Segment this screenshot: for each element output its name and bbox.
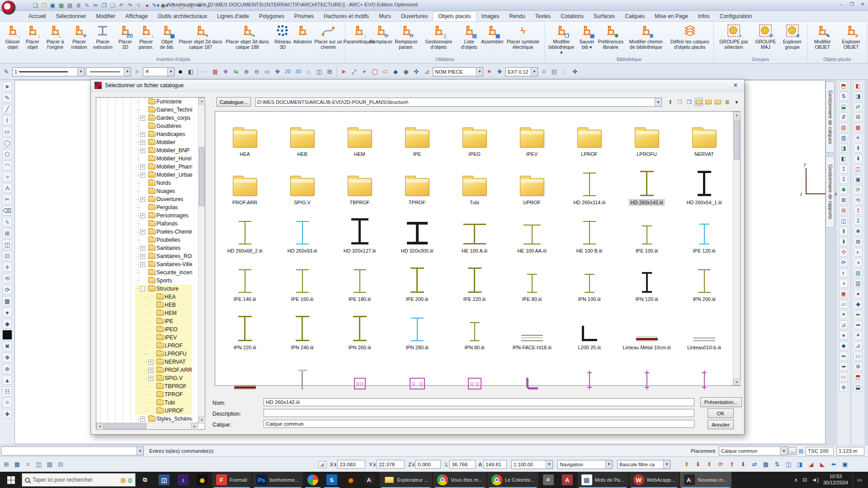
paste-icon[interactable]: ❑ — [109, 1, 117, 9]
left-tool-icon-0[interactable]: ➤ — [2, 81, 12, 91]
grid-item-ipeo[interactable]: IPEO — [446, 113, 503, 162]
x-field[interactable]: 23.083 — [337, 460, 365, 469]
grid-item[interactable] — [561, 355, 618, 404]
tab-affichage[interactable]: Affichage — [120, 12, 153, 21]
delta-icon[interactable]: ⊿ — [422, 67, 431, 76]
grid-item[interactable] — [388, 355, 446, 404]
nodes-icon[interactable]: ❖ — [495, 67, 504, 76]
grid-item-hd-320x127-iii[interactable]: HD 320x127.iii — [331, 210, 388, 258]
status-right-icon[interactable]: ◫ — [784, 460, 793, 469]
list-icon[interactable]: ▤ — [550, 67, 559, 76]
tree-scroll-left-icon[interactable]: ◄ — [96, 423, 103, 430]
start-button[interactable] — [0, 472, 22, 488]
ribbon-button-placer-param-[interactable]: ↓Placer param. — [135, 23, 157, 50]
pen-dropdown-icon[interactable]: ✎▾ — [152, 1, 160, 9]
move-icon[interactable]: ⤢ — [349, 67, 359, 76]
grid-item-hd-260x93-iii[interactable]: HD 260x93.iii — [274, 210, 331, 258]
catalogue-button[interactable]: Catalogue... — [217, 97, 251, 107]
star-icon[interactable]: ✶ — [485, 67, 494, 76]
tree-item-plafonds[interactable]: Plafonds — [96, 220, 192, 228]
lightning-icon[interactable]: ϟ — [135, 1, 142, 9]
grid-item-ipn-200-iii[interactable]: IPN 200.iii — [675, 258, 733, 307]
right-tool-icon[interactable]: ⬇ — [839, 237, 848, 246]
tree-item-hem[interactable]: HEM — [96, 309, 192, 317]
move2-icon[interactable]: ✥ — [571, 67, 580, 76]
right-tool-icon[interactable]: ⇅ — [839, 92, 848, 101]
expand-plus-icon[interactable]: + — [140, 230, 145, 235]
view-3d-icon[interactable]: 3D — [294, 67, 303, 76]
ribbon-button-gestionnaire-d-objets[interactable]: ▯Gestionnaire d'objets — [421, 23, 456, 50]
tree-item-ipeo[interactable]: IPEO — [96, 325, 192, 333]
grid-item-lprof[interactable]: LPROF — [561, 113, 618, 162]
ribbon-button-modifier-chemin-de-biblioth-que[interactable]: ≣Modifier chemin de bibliothèque — [625, 23, 667, 50]
tree-item-sanitaires-roca[interactable]: +Sanitaires_ROCA — [96, 252, 192, 260]
select-arrow-icon[interactable]: ➤ — [339, 67, 348, 76]
grid-item-ipe-180-iii[interactable]: IPE 180.iii — [331, 258, 388, 307]
placement-layer-combobox[interactable]: Calque commun▼ — [719, 446, 788, 455]
right-tool-icon[interactable]: ◨ — [854, 92, 863, 101]
grid-item-hd-260x54-1-iii[interactable]: HD 260x54_1.iii — [675, 162, 733, 210]
grid-item-ipn-120-iii[interactable]: IPN 120.iii — [618, 258, 675, 307]
right-tool-icon[interactable]: ◨ — [839, 144, 848, 153]
tree-item-styles-sch-mas[interactable]: +Styles_Schémas — [96, 415, 192, 422]
pan-icon[interactable]: ✥ — [273, 67, 282, 76]
folder-plain-icon[interactable] — [713, 98, 722, 106]
left-tool-icon-18[interactable]: ⟳ — [2, 285, 12, 295]
expand-plus-icon[interactable]: + — [140, 417, 145, 422]
circle-icon[interactable]: ◯ — [370, 67, 379, 76]
right-tool-icon[interactable]: ◆ — [854, 300, 863, 309]
tree-item-goutti-res[interactable]: Gouttières — [96, 122, 192, 130]
left-tool-icon-28[interactable]: ⌗ — [2, 398, 12, 408]
ribbon-button-placer-sur-un-chemin[interactable]: Placer sur un chemin — [312, 23, 344, 50]
grid-item-tubi[interactable]: Tubi — [446, 162, 503, 210]
right-tool-icon[interactable]: ⬓ — [854, 383, 863, 392]
tree-scroll-down-icon[interactable]: ▼ — [198, 417, 205, 423]
grid-item-ipe-100-iii[interactable]: IPE 100.iii — [618, 210, 675, 258]
owl-app-icon[interactable]: ◉ — [341, 472, 360, 488]
tree-scroll-right-icon[interactable]: ► — [191, 423, 198, 430]
tab-polygones[interactable]: Polygones — [254, 12, 289, 21]
grid-item-lprofu[interactable]: LPROFU — [618, 113, 675, 162]
status-left-icon[interactable]: ◫ — [34, 460, 43, 469]
tab-lignes-d-aide[interactable]: Lignes d'aide — [212, 12, 254, 21]
ribbon-button-remplacer-param-[interactable]: ⟳Remplacer param. — [391, 23, 421, 50]
layer-more-button[interactable]: ... — [788, 447, 797, 455]
ribbon-button-placer-symbole-lectrique[interactable]: ϟPlacer symbole électrique — [502, 23, 544, 50]
arcplus-icon[interactable]: A/ — [360, 472, 379, 488]
grid-item-linteau010-b-iii[interactable]: Linteau010-b.iii — [675, 307, 733, 355]
hatch-icon[interactable]: ▦ — [211, 67, 220, 76]
expand-plus-icon[interactable]: + — [140, 262, 145, 267]
pen-select[interactable]: 1▼ — [12, 67, 85, 76]
tab-s-lectionner[interactable]: Sélectionner — [51, 12, 91, 21]
left-tool-icon-9[interactable]: A — [2, 183, 12, 193]
status-right-icon[interactable]: ▣ — [840, 460, 849, 469]
grid-item-he-100-a-iii[interactable]: HE 100 A.iii — [446, 210, 503, 258]
right-tool-icon[interactable]: ◆ — [839, 341, 848, 350]
tab-configuration[interactable]: Configuration — [715, 12, 757, 21]
new-file-icon[interactable]: ❏ — [32, 1, 39, 9]
tree-item-hea[interactable]: HEA — [96, 293, 192, 301]
piece-name-select[interactable]: NOM PIECE▼ — [433, 67, 483, 76]
view-2d-icon[interactable]: 2D — [283, 67, 292, 76]
grid-item-uprof[interactable]: UPROF — [503, 162, 561, 210]
right-tool-icon[interactable]: ✱ — [839, 185, 848, 194]
right-tool-icon[interactable]: ▭ — [839, 372, 848, 381]
left-tool-icon-21[interactable]: ◆ — [2, 319, 12, 328]
taskbar-search-input[interactable]: Taper ici pour rechercher ▦◍ — [22, 473, 136, 487]
grid-item-ipe[interactable]: IPE — [388, 113, 446, 162]
grid-item-ipe-140-iii[interactable]: IPE 140.iii — [216, 258, 274, 307]
grid-item-he-100-b-iii[interactable]: HE 100 B.iii — [561, 210, 618, 258]
ribbon-button-sauver-bib[interactable]: ▣Sauver bib ▾ — [577, 23, 597, 50]
chrome-icon[interactable]: Le Colombi... — [487, 472, 538, 488]
tree-item-gaines-technique[interactable]: Gaines_Technique — [96, 106, 192, 114]
ribbon-button-modifier-biblioth-que[interactable]: ❒Modifier bibliothèque ▾ — [546, 23, 577, 56]
status-right-icon[interactable]: ⇅ — [773, 460, 782, 469]
vertical-icon[interactable]: ↕ — [560, 67, 569, 76]
expand-plus-icon[interactable]: + — [148, 360, 153, 365]
tab-hachures-et-motifs[interactable]: Hachures et motifs — [319, 12, 374, 21]
copy-page-icon[interactable]: ❐ — [675, 98, 684, 106]
navigation-combobox[interactable]: Navigation▼ — [557, 460, 613, 469]
tree-item-heb[interactable]: HEB — [96, 301, 192, 309]
arcplus-icon[interactable]: A/Nouveau m... — [680, 472, 731, 488]
taskbar-clock[interactable]: 10:53 30/12/2024 — [823, 474, 848, 486]
